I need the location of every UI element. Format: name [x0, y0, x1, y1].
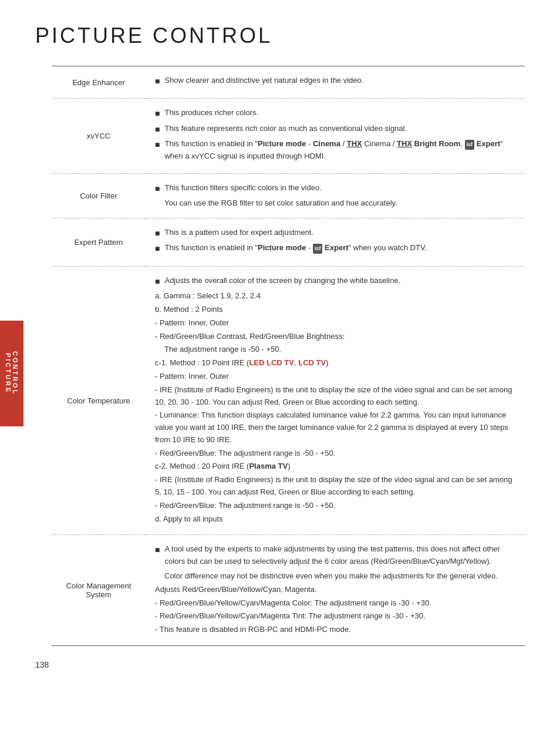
indent-text: Color difference may not be distinctive … — [155, 570, 515, 583]
row-label: Color Temperature — [52, 266, 146, 535]
plain-text: - Red/Green/Blue/Yellow/Cyan/Magenta Tin… — [155, 610, 515, 622]
plain-text: - IRE (Institute of Radio Engineers) is … — [155, 474, 515, 499]
plain-text: d. Apply to all inputs — [155, 513, 515, 526]
bullet-icon: ■ — [155, 123, 160, 136]
row-content: ■Show clearer and distinctive yet natura… — [146, 66, 525, 99]
list-item: ■This feature represents rich color as m… — [155, 123, 515, 136]
bullet-icon: ■ — [155, 107, 160, 120]
bullet-icon: ■ — [155, 75, 160, 88]
plain-text: - Red/Green/Blue: The adjustment range i… — [155, 500, 515, 512]
bullet-icon: ■ — [155, 227, 160, 240]
plain-text: Adjusts Red/Green/Blue/Yellow/Cyan, Mage… — [155, 584, 515, 596]
main-table: Edge Enhancer■Show clearer and distincti… — [52, 66, 525, 646]
row-label: Edge Enhancer — [52, 66, 146, 99]
plain-text: b. Method : 2 Points — [155, 304, 515, 316]
page-number: 138 — [35, 660, 49, 669]
row-label: xvYCC — [52, 99, 146, 173]
row-content: ■This produces richer colors.■This featu… — [146, 99, 525, 173]
row-label: Expert Pattern — [52, 218, 146, 266]
plain-rich-text: c-2. Method : 20 Point IRE (Plasma TV) — [155, 460, 515, 473]
plain-text: - Red/Green/Blue/Yellow/Cyan/Magenta Col… — [155, 597, 515, 610]
bullet-icon: ■ — [155, 182, 160, 195]
list-item: ■This function is enabled in "Picture mo… — [155, 138, 515, 163]
list-item: ■This produces richer colors. — [155, 107, 515, 120]
plain-text: - Luminance: This function displays calc… — [155, 409, 515, 446]
list-item: ■Show clearer and distinctive yet natura… — [155, 75, 515, 88]
plain-text: - IRE (Institute of Radio Engineers) is … — [155, 384, 515, 409]
table-row: xvYCC■This produces richer colors.■This … — [52, 99, 525, 173]
plain-text: - Red/Green/Blue Contrast, Red/Green/Blu… — [155, 331, 515, 343]
list-item: ■A tool used by the experts to make adju… — [155, 543, 515, 568]
plain-text: - Red/Green/Blue: The adjustment range i… — [155, 447, 515, 460]
row-label: Color ManagementSystem — [52, 535, 146, 646]
row-content: ■This function filters specific colors i… — [146, 173, 525, 218]
table-row: Edge Enhancer■Show clearer and distincti… — [52, 66, 525, 99]
isf-badge: isf — [313, 244, 323, 253]
row-content: ■This is a pattern used for expert adjus… — [146, 218, 525, 266]
row-label: Color Filter — [52, 173, 146, 218]
table-row: Color Temperature■Adjusts the overall co… — [52, 266, 525, 535]
list-item: ■This is a pattern used for expert adjus… — [155, 227, 515, 240]
list-item: ■Adjusts the overall color of the screen… — [155, 275, 515, 288]
indent-text: The adjustment range is -50 - +50. — [155, 344, 515, 356]
list-item: ■This function is enabled in "Picture mo… — [155, 242, 515, 255]
table-row: Expert Pattern■This is a pattern used fo… — [52, 218, 525, 266]
table-row: Color ManagementSystem■A tool used by th… — [52, 535, 525, 646]
bullet-icon: ■ — [155, 275, 160, 288]
bullet-icon: ■ — [155, 543, 160, 556]
isf-badge: isf — [465, 140, 475, 149]
plain-text: - Pattern: Inner, Outer — [155, 317, 515, 329]
plain-text: - Pattern: Inner, Outer — [155, 371, 515, 383]
bullet-icon: ■ — [155, 242, 160, 255]
row-content: ■A tool used by the experts to make adju… — [146, 535, 525, 646]
indent-text: You can use the RGB filter to set color … — [155, 197, 515, 210]
bullet-icon: ■ — [155, 138, 160, 151]
plain-text: - This feature is disabled in RGB-PC and… — [155, 624, 515, 636]
table-row: Color Filter■This function filters speci… — [52, 173, 525, 218]
list-item: ■This function filters specific colors i… — [155, 182, 515, 195]
page-title: PICTURE CONTROL — [35, 23, 525, 48]
plain-rich-text: c-1. Method : 10 Point IRE (LED LCD TV, … — [155, 357, 515, 369]
plain-text: a. Gamma : Select 1.9, 2.2, 2.4 — [155, 290, 515, 302]
row-content: ■Adjusts the overall color of the screen… — [146, 266, 525, 535]
